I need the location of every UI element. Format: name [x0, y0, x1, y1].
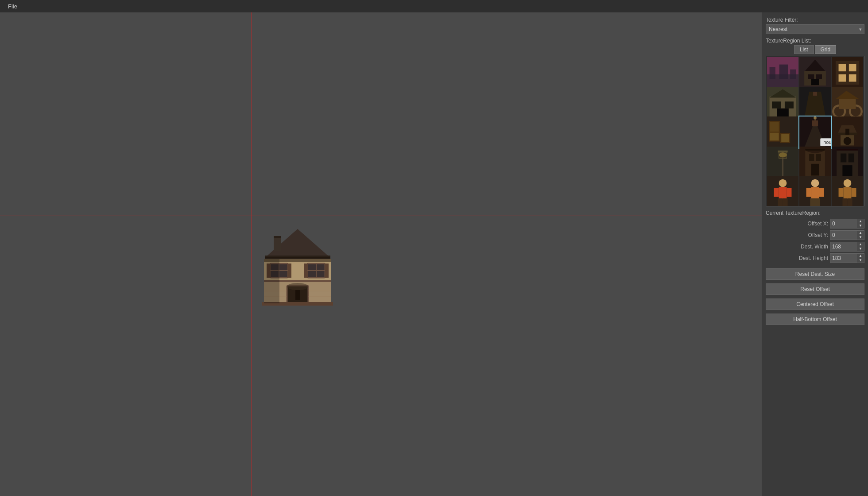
tex-cell-9[interactable] — [767, 147, 798, 178]
offset-x-spin: ▲ ▼ — [857, 219, 864, 228]
dest-height-label: Dest. Height — [793, 255, 828, 261]
reset-dest-size-button[interactable]: Reset Dest. Size — [766, 268, 864, 280]
texture-filter-select[interactable]: Nearest — [766, 24, 864, 34]
tex-cell-11[interactable] — [832, 147, 863, 178]
svg-rect-15 — [325, 264, 329, 278]
svg-rect-103 — [778, 198, 783, 206]
offset-y-up[interactable]: ▲ — [857, 231, 864, 235]
svg-rect-101 — [774, 188, 779, 197]
svg-point-24 — [287, 283, 308, 290]
dest-width-input-wrapper: ▲ ▼ — [830, 242, 864, 252]
dest-width-label: Dest. Width — [793, 244, 828, 250]
svg-rect-110 — [810, 198, 815, 206]
tex-cell-6[interactable] — [767, 116, 798, 148]
grid-button[interactable]: Grid — [815, 45, 837, 54]
texture-region-grid[interactable]: house-a — [766, 56, 864, 206]
tex-cell-14[interactable] — [832, 176, 863, 206]
tex-cell-12[interactable] — [767, 176, 798, 206]
svg-point-84 — [779, 152, 787, 157]
dest-height-down[interactable]: ▼ — [857, 258, 864, 263]
texture-region-list-label: TextureRegion List: — [766, 38, 864, 44]
svg-rect-43 — [816, 74, 822, 79]
right-panel: Texture Filter: Nearest TextureRegion Li… — [762, 12, 868, 496]
svg-rect-116 — [851, 188, 856, 197]
svg-rect-55 — [785, 101, 794, 108]
svg-rect-111 — [815, 198, 820, 206]
offset-y-down[interactable]: ▼ — [857, 235, 864, 240]
file-menu[interactable]: File — [4, 2, 21, 11]
tex-cell-1[interactable] — [799, 57, 831, 89]
texture-filter-dropdown-wrapper: Nearest — [766, 24, 864, 34]
svg-rect-30 — [264, 259, 279, 303]
svg-rect-56 — [777, 108, 789, 117]
svg-point-106 — [811, 179, 819, 187]
dest-width-row: Dest. Width ▲ ▼ — [766, 242, 864, 252]
list-button[interactable]: List — [794, 45, 814, 54]
canvas-viewport[interactable] — [0, 12, 762, 496]
svg-rect-44 — [811, 79, 819, 85]
tex-cell-13[interactable] — [799, 176, 831, 206]
svg-point-78 — [844, 137, 852, 145]
svg-rect-115 — [839, 188, 844, 197]
offset-y-row: Offset Y: ▲ ▼ — [766, 230, 864, 240]
crosshair-vertical — [252, 12, 252, 496]
half-bottom-offset-button[interactable]: Half-Bottom Offset — [766, 314, 864, 325]
svg-rect-83 — [778, 150, 787, 152]
dest-width-input[interactable] — [830, 243, 857, 251]
svg-rect-118 — [848, 198, 852, 206]
offset-y-spin: ▲ ▼ — [857, 231, 864, 240]
svg-rect-49 — [839, 74, 846, 82]
svg-rect-3 — [274, 236, 281, 238]
svg-rect-91 — [816, 154, 821, 161]
toggle-group: List Grid — [766, 45, 864, 54]
dest-height-up[interactable]: ▲ — [857, 254, 864, 258]
offset-x-down[interactable]: ▼ — [857, 224, 864, 228]
svg-rect-102 — [787, 188, 791, 197]
svg-rect-42 — [808, 74, 814, 79]
dest-height-input[interactable] — [830, 254, 857, 262]
tex-cell-3[interactable] — [767, 87, 798, 118]
tex-cell-4[interactable] — [799, 87, 831, 118]
svg-rect-2 — [274, 237, 281, 251]
svg-rect-88 — [805, 149, 825, 150]
offset-x-input[interactable] — [830, 220, 857, 228]
svg-rect-14 — [304, 264, 308, 278]
svg-rect-95 — [842, 165, 852, 176]
tex-cell-5[interactable] — [832, 87, 863, 118]
svg-rect-117 — [842, 198, 847, 206]
texture-filter-section: Texture Filter: Nearest — [766, 17, 864, 34]
current-region-label: Current TextureRegion: — [766, 210, 864, 216]
svg-rect-37 — [779, 65, 788, 79]
svg-point-99 — [779, 179, 787, 187]
dest-width-down[interactable]: ▼ — [857, 247, 864, 251]
svg-rect-104 — [783, 198, 788, 206]
svg-rect-47 — [839, 64, 846, 72]
svg-rect-50 — [849, 74, 856, 82]
svg-rect-90 — [809, 154, 814, 161]
offset-x-input-wrapper: ▲ ▼ — [830, 219, 864, 229]
tex-cell-0[interactable] — [767, 57, 798, 89]
offset-x-label: Offset X: — [793, 221, 828, 227]
offset-y-label: Offset Y: — [793, 232, 828, 238]
dest-width-up[interactable]: ▲ — [857, 242, 864, 247]
svg-rect-23 — [295, 290, 300, 300]
offset-y-input-wrapper: ▲ ▼ — [830, 230, 864, 240]
tex-cell-8[interactable] — [832, 116, 863, 148]
svg-rect-107 — [811, 187, 819, 199]
centered-offset-button[interactable]: Centered Offset — [766, 298, 864, 310]
svg-rect-94 — [837, 149, 858, 150]
svg-rect-31 — [265, 256, 330, 259]
offset-y-input[interactable] — [830, 231, 857, 239]
tex-cell-2[interactable] — [832, 57, 863, 89]
reset-offset-button[interactable]: Reset Offset — [766, 283, 864, 295]
offset-x-up[interactable]: ▲ — [857, 219, 864, 224]
svg-rect-71 — [812, 120, 818, 126]
dest-width-spin: ▲ ▼ — [857, 242, 864, 251]
offset-x-row: Offset X: ▲ ▼ — [766, 219, 864, 229]
tex-cell-10[interactable] — [799, 147, 831, 178]
svg-rect-48 — [849, 64, 856, 72]
texture-region-list-section: TextureRegion List: List Grid — [766, 38, 864, 206]
svg-rect-63 — [839, 99, 856, 109]
tex-cell-7[interactable]: house-a — [799, 116, 831, 148]
svg-rect-108 — [806, 188, 811, 197]
